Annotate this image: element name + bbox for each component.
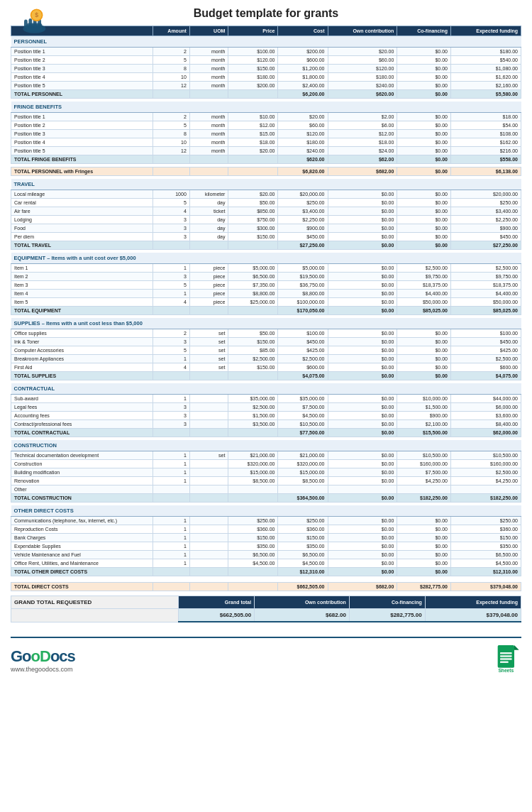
row-value: $0.00	[397, 73, 451, 82]
row-label: TOTAL TRAVEL	[11, 241, 153, 250]
row-value: $1,800.00	[278, 73, 328, 82]
row-value: $180.00	[328, 73, 397, 82]
row-value: $150.00	[228, 233, 278, 241]
section-header: SUPPLIES – Items with a unit cost less t…	[11, 318, 521, 329]
row-label: Item 4	[11, 290, 153, 298]
row-value: month	[189, 65, 228, 73]
row-value: 1	[153, 542, 190, 551]
row-value: $450.00	[450, 233, 521, 241]
table-row: TOTAL SUPPLIES$4,075.00$0.00$0.00$4,075.…	[11, 372, 521, 380]
table-row: Item 23piece$6,500.00$19,500.00$0.00$9,7…	[11, 273, 521, 281]
row-value: $0.00	[397, 568, 451, 576]
row-value: 1	[153, 395, 190, 403]
row-value: $0.00	[328, 224, 397, 233]
row-value: $85,025.00	[450, 307, 521, 315]
row-value: $150.00	[228, 363, 278, 372]
col-amount: Amount	[153, 26, 190, 36]
row-value: $0.00	[397, 559, 451, 568]
row-label: First Aid	[11, 363, 153, 372]
row-value: $100,000.00	[278, 298, 328, 307]
row-label: Office Rent, Utilities, and Maintenance	[11, 559, 153, 568]
row-value	[189, 429, 228, 437]
row-value: $0.00	[397, 224, 451, 233]
row-label: TOTAL FRINGE BENEFITS	[11, 155, 153, 164]
row-value: $320,000.00	[278, 460, 328, 468]
row-label: Position title 2	[11, 121, 153, 130]
row-value	[397, 485, 451, 494]
row-value	[153, 583, 190, 591]
row-value: $0.00	[397, 65, 451, 73]
row-value: $900.00	[397, 412, 451, 420]
row-value: $0.00	[328, 363, 397, 372]
section-header: FRINGE BENEFITS	[11, 102, 521, 113]
section-header: PERSONNEL	[11, 36, 521, 48]
row-value: month	[189, 73, 228, 82]
svg-rect-2	[24, 20, 28, 29]
row-value: $0.00	[397, 168, 451, 176]
row-value: $0.00	[328, 420, 397, 429]
row-value	[228, 372, 278, 380]
row-value: $20.00	[228, 190, 278, 199]
row-value: $0.00	[397, 216, 451, 224]
table-row: Reproduction Costs1$360.00$360.00$0.00$0…	[11, 525, 521, 534]
table-row: Office Rent, Utilities, and Maintenance1…	[11, 559, 521, 568]
row-value	[228, 485, 278, 494]
table-row: Bank Charges1$150.00$150.00$0.00$0.00$15…	[11, 534, 521, 542]
row-value: $250.00	[450, 517, 521, 525]
row-value: $6,500.00	[278, 551, 328, 559]
row-value	[189, 90, 228, 99]
row-value: $50,000.00	[450, 298, 521, 307]
table-row: Other	[11, 485, 521, 494]
section-header: EQUIPMENT – Items with a unit cost over …	[11, 253, 521, 264]
row-label: Position title 3	[11, 65, 153, 73]
row-label: TOTAL SUPPLIES	[11, 372, 153, 380]
row-value: $150.00	[228, 534, 278, 542]
row-value: $3,400.00	[278, 207, 328, 216]
section-label: TRAVEL	[11, 179, 521, 190]
row-value: $5,580.00	[450, 90, 521, 99]
row-label: Item 3	[11, 281, 153, 290]
row-value: $0.00	[397, 338, 451, 346]
row-value: piece	[189, 290, 228, 298]
row-value: $0.00	[328, 199, 397, 207]
table-row: Position title 38month$150.00$1,200.00$1…	[11, 65, 521, 73]
row-value	[189, 542, 228, 551]
table-row: TOTAL OTHER DIRECT COSTS$12,310.00$0.00$…	[11, 568, 521, 576]
row-value: $15.00	[228, 130, 278, 138]
row-label: Position title 5	[11, 82, 153, 90]
table-row: Car rental5day$50.00$250.00$0.00$0.00$25…	[11, 199, 521, 207]
row-value	[153, 485, 190, 494]
table-row: Position title 410month$18.00$180.00$18.…	[11, 138, 521, 147]
row-value: $150.00	[450, 534, 521, 542]
col-own: Own contribution	[328, 26, 397, 36]
row-value: $0.00	[397, 48, 451, 56]
svg-rect-14	[500, 662, 509, 664]
table-row: Position title 25month$120.00$600.00$60.…	[11, 56, 521, 65]
row-label: Bank Charges	[11, 534, 153, 542]
row-value	[153, 307, 190, 315]
row-value: $3,400.00	[450, 207, 521, 216]
row-label: Accounting fees	[11, 412, 153, 420]
row-value	[228, 168, 278, 176]
row-label: Expendable Supplies	[11, 542, 153, 551]
row-value: $1,500.00	[228, 412, 278, 420]
row-value: $85.00	[228, 346, 278, 355]
row-value: 1	[153, 534, 190, 542]
table-row: Renovation1$8,500.00$8,500.00$0.00$4,250…	[11, 477, 521, 485]
row-value: $27,250.00	[278, 241, 328, 250]
row-label: Position title 5	[11, 147, 153, 155]
row-value: $10,000.00	[397, 395, 451, 403]
row-value: $54.00	[450, 121, 521, 130]
page-title: Budget template for grants	[194, 7, 338, 20]
row-value: $18.00	[450, 113, 521, 121]
row-value: $0.00	[328, 395, 397, 403]
row-label: TOTAL CONTRACTUAL	[11, 429, 153, 437]
row-value: $0.00	[397, 199, 451, 207]
svg-rect-3	[28, 18, 32, 28]
row-value	[189, 559, 228, 568]
row-value: $0.00	[328, 468, 397, 477]
row-value: $6,200.00	[278, 90, 328, 99]
row-value: $120.00	[278, 130, 328, 138]
svg-rect-11	[500, 652, 512, 654]
row-value: $0.00	[397, 121, 451, 130]
